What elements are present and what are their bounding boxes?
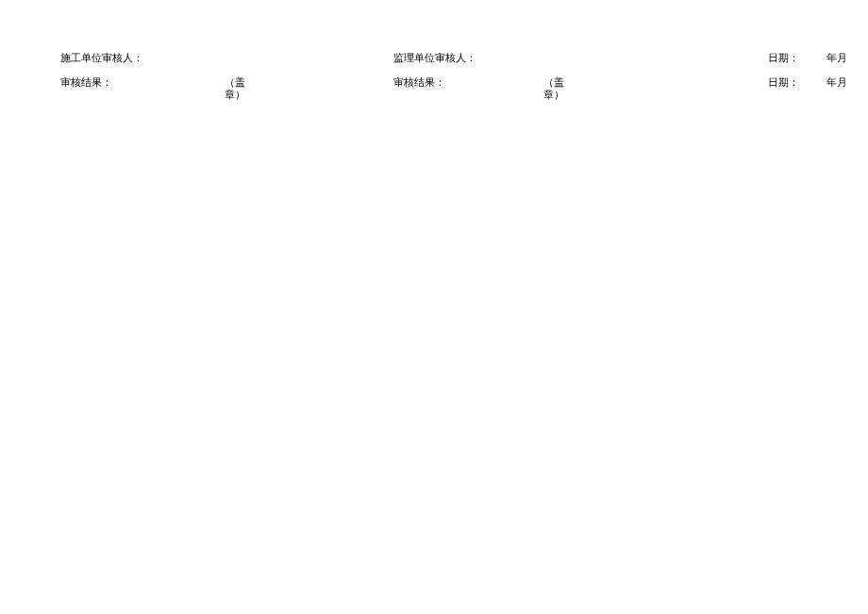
supervision-reviewer-label: 监理单位审核人： <box>393 51 476 65</box>
year-month-1: 年月 <box>826 51 847 65</box>
date-label-1: 日期： <box>768 51 799 65</box>
seal-label-1: （盖 章） <box>225 75 245 90</box>
date-label-2: 日期： <box>768 75 799 90</box>
seal-text-1a: （盖 <box>225 76 245 88</box>
seal-text-2a: （盖 <box>543 76 564 88</box>
seal-text-1b: 章） <box>225 88 245 102</box>
seal-label-2: （盖 章） <box>543 75 564 90</box>
review-result-label-1: 审核结果： <box>60 75 112 90</box>
review-result-label-2: 审核结果： <box>393 75 445 90</box>
seal-text-2b: 章） <box>543 88 564 102</box>
construction-reviewer-label: 施工单位审核人： <box>60 51 143 65</box>
year-month-2: 年月 <box>826 75 847 90</box>
